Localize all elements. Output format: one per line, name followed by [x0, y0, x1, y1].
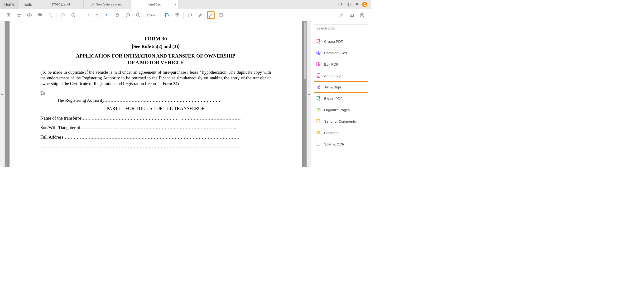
- svg-rect-15: [176, 14, 179, 14]
- stamp-icon[interactable]: [218, 12, 225, 19]
- tab-form30[interactable]: form30.pdf ×: [131, 0, 179, 9]
- search-icon[interactable]: [46, 12, 54, 19]
- tool-label: Fill & Sign: [325, 85, 341, 89]
- tool-fill-sign[interactable]: Fill & Sign: [314, 81, 368, 93]
- tool-label: Create PDF: [324, 40, 343, 44]
- collapse-right-panel-icon[interactable]: ▶: [308, 93, 310, 96]
- tools-button[interactable]: Tools: [19, 0, 36, 9]
- tab-label: New features sum…: [96, 2, 124, 6]
- email-icon[interactable]: [348, 12, 356, 19]
- svg-rect-26: [319, 64, 320, 66]
- send-comments-icon: [316, 118, 321, 124]
- tool-label: Scan & OCR: [324, 142, 344, 146]
- svg-point-5: [364, 3, 365, 4]
- edit-pdf-icon: [316, 61, 321, 67]
- hand-tool-icon[interactable]: [114, 12, 121, 19]
- zoom-value: 115%: [146, 13, 155, 17]
- tab-new-features[interactable]: New features sum…: [84, 0, 131, 9]
- search-tools-input[interactable]: [314, 24, 368, 32]
- form-rule: [See Rule 55(2) and (3)]: [40, 44, 271, 49]
- svg-rect-25: [319, 63, 320, 64]
- tool-label: Combine Files: [324, 51, 347, 55]
- tool-adobe-sign[interactable]: Adobe Sign: [314, 70, 368, 81]
- tool-edit-pdf[interactable]: Edit PDF: [314, 58, 368, 70]
- zoom-dropdown[interactable]: 115%: [145, 13, 160, 18]
- tool-comment[interactable]: Comment: [314, 127, 368, 138]
- link-icon[interactable]: [338, 12, 345, 19]
- profile-icon[interactable]: [358, 12, 366, 19]
- shared-icon: [91, 3, 94, 6]
- form-heading: FORM 30: [40, 36, 271, 42]
- help-icon[interactable]: [346, 2, 351, 7]
- star-icon[interactable]: [15, 12, 23, 19]
- organize-pages-icon: [316, 107, 321, 113]
- select-tool-icon[interactable]: [103, 12, 111, 19]
- right-collapse-rail: ▶: [306, 22, 311, 167]
- tab-label: 427086 (1).pdf: [50, 2, 70, 6]
- zoom-in-icon[interactable]: [134, 12, 142, 19]
- form-title: APPLICATION FOR INTIMATION AND TRANSFER …: [40, 52, 271, 66]
- svg-rect-27: [317, 74, 320, 78]
- tab-label: form30.pdf: [148, 2, 162, 6]
- fit-width-icon[interactable]: [163, 12, 170, 19]
- tool-export-pdf[interactable]: Export PDF: [314, 93, 368, 104]
- left-nav-rail: ▶: [0, 22, 5, 167]
- share-device-icon[interactable]: [338, 2, 343, 7]
- address-line: Full Address……………………………………………………………………………: [40, 134, 271, 140]
- scan-ocr-icon: [316, 141, 321, 147]
- svg-rect-14: [166, 13, 168, 17]
- form-to: To: [40, 90, 271, 96]
- export-pdf-icon: [316, 96, 321, 101]
- close-icon[interactable]: ×: [175, 2, 176, 6]
- page-down-icon[interactable]: [70, 12, 77, 19]
- form-intro: (To be made in duplicate if the vehicle …: [40, 70, 271, 87]
- part-heading: PART I – FOR THE USE OF THE TRANSFEROR: [40, 106, 271, 111]
- main-body: ▶ FORM 30 [See Rule 55(2) and (3)] APPLI…: [0, 22, 371, 167]
- chevron-down-icon: [156, 14, 159, 16]
- page-total: 2: [96, 13, 98, 17]
- relation-line: Son/Wife/Daughter of………………………………………………………: [40, 125, 271, 130]
- page-number-input[interactable]: [80, 13, 90, 17]
- tool-scan-ocr[interactable]: Scan & OCR: [314, 138, 368, 150]
- address-line-2: ……………………………………………………………………………………………………………: [40, 144, 271, 149]
- create-pdf-icon: [316, 38, 321, 44]
- svg-rect-31: [319, 109, 320, 111]
- tool-combine-files[interactable]: Combine Files: [314, 47, 368, 58]
- highlight-icon[interactable]: [196, 12, 204, 19]
- svg-rect-24: [317, 63, 318, 66]
- tool-organize-pages[interactable]: Organize Pages: [314, 104, 368, 116]
- document-canvas[interactable]: FORM 30 [See Rule 55(2) and (3)] APPLICA…: [5, 22, 306, 167]
- home-button[interactable]: Home: [0, 0, 19, 9]
- user-avatar[interactable]: [362, 2, 368, 7]
- tool-create-pdf[interactable]: Create PDF: [314, 36, 368, 47]
- expand-left-panel-icon[interactable]: ▶: [2, 93, 3, 96]
- tool-label: Edit PDF: [324, 62, 338, 66]
- page-up-icon[interactable]: [59, 12, 67, 19]
- zoom-out-icon[interactable]: [124, 12, 132, 19]
- cloud-upload-icon[interactable]: [26, 12, 33, 19]
- page-separator: /: [92, 13, 94, 17]
- svg-rect-34: [317, 142, 320, 145]
- fill-sign-icon: [316, 84, 322, 90]
- vertical-scrollbar[interactable]: [304, 22, 306, 80]
- main-toolbar: / 2 115%: [0, 9, 371, 22]
- tool-send-comments[interactable]: Send for Comments: [314, 116, 368, 127]
- comment-icon[interactable]: [186, 12, 194, 19]
- combine-files-icon: [316, 50, 321, 56]
- read-mode-icon[interactable]: [174, 12, 181, 19]
- svg-rect-2: [339, 3, 342, 5]
- tool-label: Organize Pages: [324, 108, 350, 112]
- print-icon[interactable]: [36, 12, 44, 19]
- save-icon[interactable]: [5, 12, 12, 19]
- sign-tool-icon[interactable]: [207, 12, 214, 19]
- adobe-sign-icon: [316, 73, 321, 78]
- tool-label: Adobe Sign: [324, 74, 343, 78]
- svg-point-11: [72, 13, 75, 17]
- pdf-page: FORM 30 [See Rule 55(2) and (3)] APPLICA…: [10, 22, 302, 167]
- tool-label: Export PDF: [324, 96, 343, 100]
- tool-label: Comment: [324, 131, 340, 135]
- notifications-icon[interactable]: [354, 2, 359, 7]
- svg-point-19: [362, 14, 363, 15]
- svg-point-10: [61, 13, 65, 17]
- tab-427086[interactable]: 427086 (1).pdf: [36, 0, 84, 9]
